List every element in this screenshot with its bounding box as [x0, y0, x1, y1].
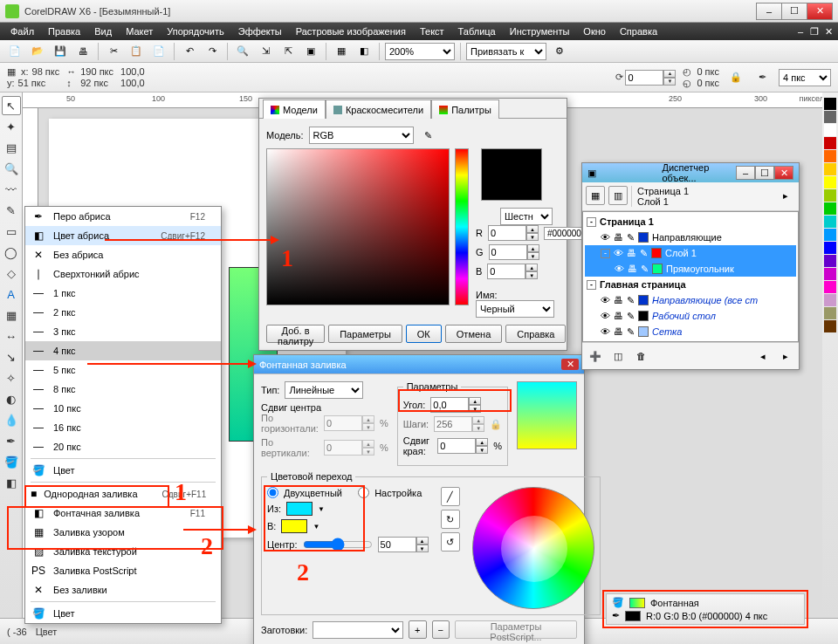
hex-mode[interactable]: Шестн	[500, 208, 553, 225]
menu-item[interactable]: —20 пкс	[25, 437, 221, 456]
tool-effects[interactable]: ✧	[2, 368, 21, 387]
hue-slider[interactable]	[455, 148, 469, 305]
lock-icon[interactable]: 🔒	[490, 419, 502, 430]
app-launcher-icon[interactable]: ▦	[332, 42, 351, 61]
palette-swatch[interactable]	[824, 176, 836, 188]
tree-row[interactable]: 👁🖶✎Рабочий стол	[585, 308, 796, 324]
menu-tools[interactable]: Инструменты	[503, 24, 577, 38]
r-field[interactable]: ▲▼	[488, 225, 539, 241]
menu-item[interactable]: —3 пкс	[25, 322, 221, 341]
delete-layer-icon[interactable]: 🗑	[631, 346, 650, 366]
print-icon[interactable]: 🖶	[614, 326, 623, 337]
print-icon[interactable]: 🖶	[627, 248, 636, 258]
docker-title[interactable]: ▣ Диспетчер объек... – ☐ ✕	[582, 163, 799, 182]
menu-item[interactable]: —2 пкс	[25, 303, 221, 322]
outline-width-combo[interactable]: 4 пкс	[779, 69, 831, 86]
menu-layout[interactable]: Макет	[119, 24, 160, 38]
options-icon[interactable]: ⚙	[550, 42, 569, 61]
menu-view[interactable]: Вид	[87, 24, 119, 38]
edit-icon[interactable]: ✎	[627, 295, 635, 306]
two-color-radio[interactable]	[267, 487, 278, 498]
zoom-combo[interactable]: 200%	[385, 43, 455, 60]
tool-connector[interactable]: ↘	[2, 347, 21, 367]
new-layer-icon[interactable]: ➕	[586, 346, 605, 366]
h-value[interactable]: 92 пкс	[80, 78, 108, 88]
menu-item[interactable]: ◧Фонтачная заливкаF11	[25, 504, 221, 523]
rotation-field[interactable]: ⟳▲▼	[615, 70, 676, 86]
menu-item[interactable]: ∣Сверхтонкий абрис	[25, 264, 221, 284]
menu-edit[interactable]: Правка	[41, 24, 87, 38]
tool-text[interactable]: A	[2, 284, 21, 304]
print-icon[interactable]: 🖶	[614, 295, 623, 305]
tool-outline[interactable]: ✒	[2, 431, 21, 450]
tab-palettes[interactable]: Палитры	[431, 99, 499, 119]
mdi-close[interactable]: ✕	[822, 25, 835, 38]
outline-swatch[interactable]	[625, 611, 641, 621]
menu-item[interactable]: —10 пкс	[25, 399, 221, 418]
menu-item[interactable]: 🪣Цвет	[25, 604, 221, 623]
export-icon[interactable]: ⇱	[278, 42, 298, 61]
scale-w[interactable]: 100,0	[120, 66, 145, 77]
save-icon[interactable]: 💾	[51, 42, 70, 61]
tool-interactive-fill[interactable]: ◧	[2, 473, 21, 492]
print-icon[interactable]: 🖶	[614, 311, 623, 321]
copy-icon[interactable]: 📋	[127, 42, 146, 61]
corner-bl[interactable]: 0 пкс	[697, 78, 719, 88]
expand-icon[interactable]: -	[587, 217, 596, 227]
print-icon[interactable]: 🖶	[73, 42, 93, 61]
docker-maximize[interactable]: ☐	[755, 166, 774, 180]
menu-text[interactable]: Текст	[413, 24, 451, 38]
menu-item[interactable]: ✒Перо абрисаF12	[25, 207, 221, 226]
menu-help[interactable]: Справка	[613, 24, 664, 38]
import-icon[interactable]: ⇲	[256, 42, 275, 61]
preset-add-button[interactable]: +	[409, 620, 426, 639]
edit-icon[interactable]: ✎	[627, 311, 635, 322]
docker-close[interactable]: ✕	[774, 166, 793, 180]
b-field[interactable]: ▲▼	[487, 264, 538, 279]
palette-swatch[interactable]	[824, 189, 836, 202]
paste-icon[interactable]: 📄	[149, 42, 168, 61]
docker-next-icon[interactable]: ▸	[776, 186, 795, 205]
angle-field[interactable]: ▲▼	[430, 397, 481, 413]
tree-row[interactable]: -Страница 1	[585, 214, 796, 230]
layer-opt1-icon[interactable]: ▦	[586, 186, 605, 205]
palette-swatch[interactable]	[824, 281, 836, 293]
eye-icon[interactable]: 👁	[601, 311, 610, 321]
snap-combo[interactable]: Привязать к	[466, 43, 546, 60]
help-button[interactable]: Справка	[505, 325, 566, 343]
color-wheel[interactable]	[472, 487, 594, 609]
lock-icon[interactable]: 🔒	[726, 68, 745, 87]
edge-field[interactable]: ▲▼	[437, 438, 488, 454]
docker-minimize[interactable]: –	[736, 166, 755, 180]
tool-smart[interactable]: ✎	[2, 201, 21, 220]
palette-swatch[interactable]	[824, 216, 836, 228]
eye-icon[interactable]: 👁	[601, 295, 610, 305]
tool-ellipse[interactable]: ◯	[2, 243, 21, 262]
open-icon[interactable]: 📂	[28, 42, 47, 61]
palette-swatch[interactable]	[824, 163, 836, 175]
fill-swatch[interactable]	[629, 598, 645, 608]
palette-swatch[interactable]	[824, 111, 836, 123]
search-icon[interactable]: 🔍	[233, 42, 252, 61]
cancel-button[interactable]: Отмена	[445, 325, 502, 343]
tool-dimension[interactable]: ↔	[2, 326, 21, 346]
menu-item[interactable]: 🪣Цвет	[25, 461, 221, 480]
palette-swatch[interactable]	[824, 229, 836, 241]
new-master-layer-icon[interactable]: ◫	[608, 346, 628, 366]
center-slider[interactable]	[303, 538, 373, 552]
model-combo[interactable]: RGB	[309, 127, 414, 144]
redo-icon[interactable]: ↷	[203, 42, 222, 61]
palette-swatch[interactable]	[824, 98, 836, 110]
menu-bitmaps[interactable]: Растровые изображения	[289, 24, 413, 38]
layer-color-swatch[interactable]	[638, 295, 649, 305]
tool-fill[interactable]: 🪣	[2, 452, 21, 471]
edit-icon[interactable]: ✎	[640, 248, 648, 259]
close-button[interactable]: ✕	[807, 3, 833, 20]
tool-polygon[interactable]: ◇	[2, 264, 21, 283]
palette-swatch[interactable]	[824, 124, 836, 136]
menu-arrange[interactable]: Упорядочить	[160, 24, 230, 38]
tool-zoom[interactable]: 🔍	[2, 159, 21, 178]
menu-item[interactable]: ✕Без абриса	[25, 245, 221, 264]
menu-item[interactable]: ■Однородная заливкаСдвиг+F11	[25, 484, 221, 504]
menu-effects[interactable]: Эффекты	[231, 24, 289, 38]
